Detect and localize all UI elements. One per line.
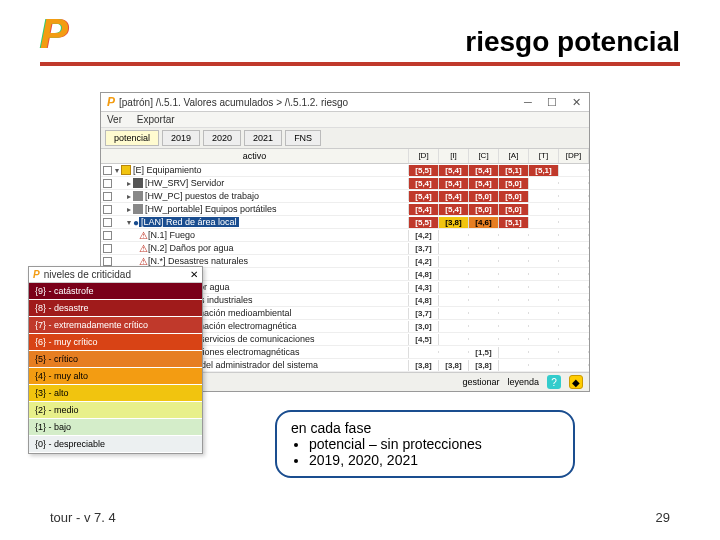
callout-item: potencial – sin protecciones (309, 436, 559, 452)
row-checkbox[interactable] (103, 244, 112, 253)
risk-value-cell (529, 299, 559, 301)
help-icon[interactable]: ◆ (569, 375, 583, 389)
risk-value-cell (559, 286, 589, 288)
risk-value-cell: [4,5] (409, 334, 439, 345)
tree-toggle-icon[interactable]: ▸ (127, 179, 131, 188)
risk-value-cell (499, 325, 529, 327)
tree-cell[interactable]: ▸ [HW_portable] Equipos portátiles (101, 204, 409, 214)
tb-gestionar[interactable]: gestionar (462, 377, 499, 387)
risk-value-cell: [3,0] (409, 321, 439, 332)
tree-cell[interactable]: ▸ [HW_PC] puestos de trabajo (101, 191, 409, 201)
legend-level: {7} - extremadamente crítico (29, 317, 202, 334)
row-checkbox[interactable] (103, 205, 112, 214)
tab-potencial[interactable]: potencial (105, 130, 159, 146)
maximize-button[interactable]: ☐ (545, 96, 559, 108)
warning-icon (139, 256, 148, 267)
risk-value-cell (469, 286, 499, 288)
legend-level: {6} - muy crítico (29, 334, 202, 351)
risk-value-cell (529, 234, 559, 236)
tree-cell[interactable]: ▸ [HW_SRV] Servidor (101, 178, 409, 188)
risk-value-cell: [3,8] (439, 360, 469, 371)
risk-value-cell (559, 299, 589, 301)
row-checkbox[interactable] (103, 231, 112, 240)
grid-row[interactable]: [N.1] Fuego[4,2] (101, 229, 589, 242)
folder-icon (121, 165, 131, 175)
grid-row[interactable]: ▸ [HW_portable] Equipos portátiles[5,4][… (101, 203, 589, 216)
logo-p-icon: P (40, 10, 68, 58)
risk-value-cell: [5,4] (409, 178, 439, 189)
tree-cell[interactable]: ▾ [LAN] Red de área local (101, 217, 409, 228)
risk-value-cell: [5,5] (409, 165, 439, 176)
grid-row[interactable]: ▸ [HW_SRV] Servidor[5,4][5,4][5,4][5,0] (101, 177, 589, 190)
grid-row[interactable]: [N.2] Daños por agua[3,7] (101, 242, 589, 255)
menu-exportar[interactable]: Exportar (137, 114, 175, 125)
risk-value-cell (529, 351, 559, 353)
tab-2021[interactable]: 2021 (244, 130, 282, 146)
risk-value-cell (529, 273, 559, 275)
legend-close-button[interactable]: ✕ (190, 269, 198, 280)
risk-value-cell: [5,4] (439, 178, 469, 189)
tab-2019[interactable]: 2019 (162, 130, 200, 146)
col-header: [I] (439, 149, 469, 163)
minimize-button[interactable]: ─ (521, 96, 535, 108)
risk-value-cell (529, 364, 559, 366)
risk-value-cell (469, 299, 499, 301)
tree-label: [LAN] Red de área local (139, 217, 239, 227)
risk-value-cell (559, 247, 589, 249)
tree-toggle-icon[interactable]: ▾ (115, 166, 119, 175)
risk-value-cell: [5,0] (469, 191, 499, 202)
risk-value-cell (559, 338, 589, 340)
risk-value-cell (439, 299, 469, 301)
risk-value-cell (439, 351, 469, 353)
risk-value-cell: [3,8] (409, 360, 439, 371)
risk-value-cell (469, 234, 499, 236)
tab-FNS[interactable]: FNS (285, 130, 321, 146)
info-icon[interactable]: ? (547, 375, 561, 389)
risk-value-cell: [5,5] (409, 217, 439, 228)
risk-value-cell: [5,1] (499, 217, 529, 228)
legend-level: {3} - alto (29, 385, 202, 402)
risk-value-cell: [5,4] (409, 204, 439, 215)
legend-titlebar: P niveles de criticidad ✕ (29, 267, 202, 283)
risk-value-cell (499, 247, 529, 249)
close-button[interactable]: ✕ (569, 96, 583, 108)
callout-item: 2019, 2020, 2021 (309, 452, 559, 468)
risk-value-cell (499, 260, 529, 262)
risk-value-cell (499, 299, 529, 301)
grid-header: activo [D][I][C][A][T][DP] (101, 149, 589, 164)
tree-toggle-icon[interactable]: ▾ (127, 218, 131, 227)
tree-toggle-icon[interactable]: ▸ (127, 192, 131, 201)
risk-value-cell (499, 312, 529, 314)
tree-cell[interactable]: [N.2] Daños por agua (101, 243, 409, 254)
risk-value-cell: [5,4] (469, 178, 499, 189)
grid-row[interactable]: ▾ [LAN] Red de área local[5,5][3,8][4,6]… (101, 216, 589, 229)
risk-value-cell (559, 273, 589, 275)
legend-level: {9} - catástrofe (29, 283, 202, 300)
risk-value-cell: [3,7] (409, 308, 439, 319)
tree-cell[interactable]: ▾ [E] Equipamiento (101, 165, 409, 175)
grid-row[interactable]: ▾ [E] Equipamiento[5,5][5,4][5,4][5,1][5… (101, 164, 589, 177)
slide-title: riesgo potencial (465, 26, 680, 58)
legend-level: {4} - muy alto (29, 368, 202, 385)
risk-value-cell (529, 195, 559, 197)
legend-title: niveles de criticidad (44, 269, 190, 280)
row-checkbox[interactable] (103, 166, 112, 175)
tree-toggle-icon[interactable]: ▸ (127, 205, 131, 214)
risk-value-cell: [4,6] (469, 217, 499, 228)
risk-value-cell (469, 247, 499, 249)
tree-cell[interactable]: [N.*] Desastres naturales (101, 256, 409, 267)
row-checkbox[interactable] (103, 192, 112, 201)
row-checkbox[interactable] (103, 218, 112, 227)
risk-value-cell (439, 260, 469, 262)
tree-cell[interactable]: [N.1] Fuego (101, 230, 409, 241)
col-header: [C] (469, 149, 499, 163)
col-header: [DP] (559, 149, 589, 163)
risk-value-cell (529, 208, 559, 210)
tb-leyenda[interactable]: leyenda (507, 377, 539, 387)
row-checkbox[interactable] (103, 257, 112, 266)
grid-row[interactable]: ▸ [HW_PC] puestos de trabajo[5,4][5,4][5… (101, 190, 589, 203)
row-checkbox[interactable] (103, 179, 112, 188)
tab-2020[interactable]: 2020 (203, 130, 241, 146)
risk-value-cell: [3,7] (409, 243, 439, 254)
menu-ver[interactable]: Ver (107, 114, 122, 125)
